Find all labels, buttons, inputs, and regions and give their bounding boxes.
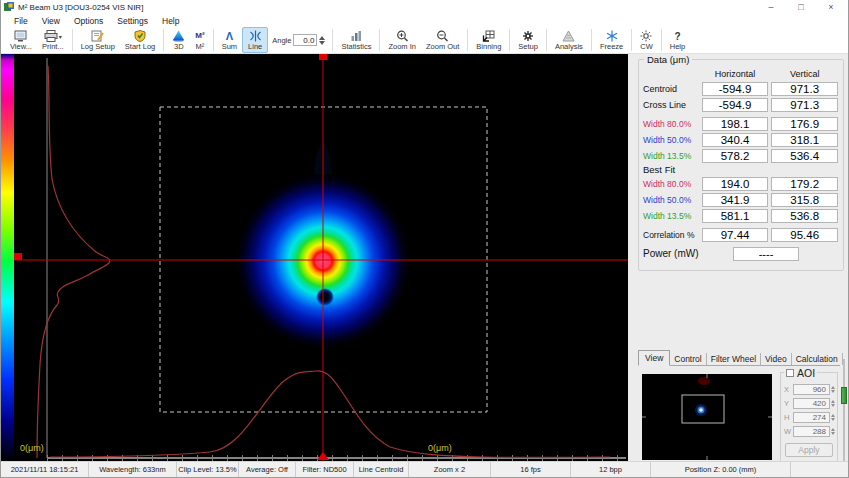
status-average: Average: Off — [239, 462, 296, 477]
aoi-row-x: X 960 — [784, 383, 835, 395]
menu-help[interactable]: Help — [155, 16, 186, 26]
data-panel: Data (μm) Horizontal Vertical Centroid -… — [638, 59, 844, 271]
gear-icon — [522, 30, 534, 43]
print-button[interactable]: ▾ Print... — [37, 27, 69, 53]
toolbar-separator — [631, 29, 632, 51]
slider-track — [843, 359, 845, 461]
sum-peak-icon: Λ — [226, 30, 233, 43]
tab-calculation[interactable]: Calculation — [792, 353, 843, 365]
window-title: M² Beam U3 [DOU3-0254 VIS NIR] — [18, 3, 143, 12]
beam-display[interactable]: 0(μm) 0(μm) — [14, 54, 628, 461]
binning-button[interactable]: Binning — [471, 27, 506, 53]
column-header-vertical: Vertical — [771, 69, 838, 79]
sum-button[interactable]: Λ Sum — [217, 27, 242, 53]
aoi-x-spin-down-icon[interactable] — [831, 390, 835, 393]
status-clip-level: Clip Level: 13.5% — [177, 462, 239, 477]
aoi-row-y: Y 420 — [784, 397, 835, 409]
status-position-z: Position Z: 0.00 (mm) — [651, 462, 791, 477]
aoi-checkbox[interactable] — [786, 369, 794, 377]
tab-filter-wheel[interactable]: Filter Wheel — [707, 353, 761, 365]
log-setup-button[interactable]: Log Setup — [76, 27, 120, 53]
beam-dark-spot — [316, 288, 334, 306]
toolbar-separator — [661, 29, 662, 51]
camera-preview[interactable] — [642, 374, 772, 460]
intensity-colorbar — [1, 54, 14, 461]
preview-beam-dot — [699, 408, 703, 412]
m-squared-icon: M² — [195, 30, 204, 43]
statistics-button[interactable]: Statistics — [336, 27, 376, 53]
status-zoom: Zoom x 2 — [409, 462, 491, 477]
start-log-icon — [134, 30, 146, 43]
3d-button[interactable]: 3D — [167, 27, 190, 53]
angle-spin-down-icon[interactable] — [319, 41, 325, 45]
crossline-horizontal-value: -594.9 — [702, 98, 769, 112]
toolbar: View... ▾ Print... Log Setup Start Log — [1, 27, 848, 54]
line-button[interactable]: Line — [242, 27, 268, 53]
angle-input[interactable]: 0.0 — [293, 34, 317, 46]
aoi-x-spin-up-icon[interactable] — [831, 386, 835, 389]
table-row-width80: Width 80.0% 198.1 176.9 — [641, 116, 841, 132]
power-row: Power (mW) ---- — [641, 245, 841, 262]
status-line-centroid: Line Centroid — [354, 462, 409, 477]
setup-button[interactable]: Setup — [513, 27, 543, 53]
aoi-panel: AOI X 960 Y 420 H 274 — [780, 372, 838, 462]
slider-thumb[interactable] — [841, 387, 847, 404]
crosshair-top-handle[interactable] — [319, 54, 327, 60]
aoi-apply-button[interactable]: Apply — [785, 443, 833, 457]
menu-view[interactable]: View — [35, 16, 67, 26]
analysis-button[interactable]: Analysis — [550, 27, 588, 53]
aoi-h-input[interactable]: 274 — [793, 412, 830, 423]
freeze-button[interactable]: Freeze — [595, 27, 628, 53]
help-button[interactable]: ? Help — [665, 27, 690, 53]
preview-red-glow — [698, 377, 710, 385]
width50-vertical-value: 318.1 — [771, 133, 838, 147]
tab-video[interactable]: Video — [761, 353, 792, 365]
statistics-icon — [350, 30, 363, 43]
aoi-y-input[interactable]: 420 — [793, 398, 830, 409]
view-button[interactable]: View... — [5, 27, 37, 53]
m2-button[interactable]: M² M² — [190, 27, 209, 53]
aoi-w-spin-down-icon[interactable] — [831, 432, 835, 435]
line-profile-icon — [249, 30, 262, 43]
crossline-vertical-value: 971.3 — [771, 98, 838, 112]
start-log-button[interactable]: Start Log — [120, 27, 160, 53]
maximize-button[interactable]: □ — [786, 0, 816, 14]
toolbar-separator — [546, 29, 547, 51]
menu-settings[interactable]: Settings — [110, 16, 155, 26]
status-bpp: 12 bpp — [571, 462, 651, 477]
menu-file[interactable]: File — [7, 16, 35, 26]
menu-options[interactable]: Options — [67, 16, 110, 26]
aoi-y-spin-down-icon[interactable] — [831, 404, 835, 407]
angle-spin-up-icon[interactable] — [319, 36, 325, 40]
toolbar-separator — [379, 29, 380, 51]
aoi-y-spin-up-icon[interactable] — [831, 400, 835, 403]
width135-horizontal-value: 578.2 — [702, 149, 769, 163]
close-button[interactable]: × — [816, 0, 846, 14]
aoi-x-input[interactable]: 960 — [793, 384, 830, 395]
status-datetime: 2021/11/11 18:15:21 — [1, 462, 89, 477]
crosshair-left-handle[interactable] — [14, 253, 22, 260]
gain-slider — [841, 359, 847, 461]
zoom-in-button[interactable]: Zoom In — [383, 27, 421, 53]
toolbar-separator — [163, 29, 164, 51]
log-setup-icon — [91, 30, 104, 43]
bestfit-width80-horizontal-value: 194.0 — [702, 177, 769, 191]
aoi-h-spin-up-icon[interactable] — [831, 414, 835, 417]
toolbar-separator — [213, 29, 214, 51]
zoom-in-icon — [396, 30, 409, 43]
cw-button[interactable]: CW — [635, 27, 658, 53]
correlation-horizontal-value: 97.44 — [702, 228, 769, 242]
tab-control[interactable]: Control — [670, 353, 706, 365]
zoom-out-button[interactable]: Zoom Out — [421, 27, 464, 53]
aoi-w-spin-up-icon[interactable] — [831, 428, 835, 431]
aoi-w-input[interactable]: 288 — [793, 426, 830, 437]
centroid-vertical-value: 971.3 — [771, 82, 838, 96]
table-row-width135: Width 13.5% 578.2 536.4 — [641, 148, 841, 164]
bestfit-width80-vertical-value: 179.2 — [771, 177, 838, 191]
main-area: 0(μm) 0(μm) Data (μm) Horizontal Vertica… — [1, 54, 848, 461]
status-filter: Filter: ND500 — [296, 462, 354, 477]
minimize-button[interactable]: – — [756, 0, 786, 14]
best-fit-label: Best Fit — [641, 164, 841, 176]
tab-view[interactable]: View — [638, 350, 670, 366]
aoi-h-spin-down-icon[interactable] — [831, 418, 835, 421]
